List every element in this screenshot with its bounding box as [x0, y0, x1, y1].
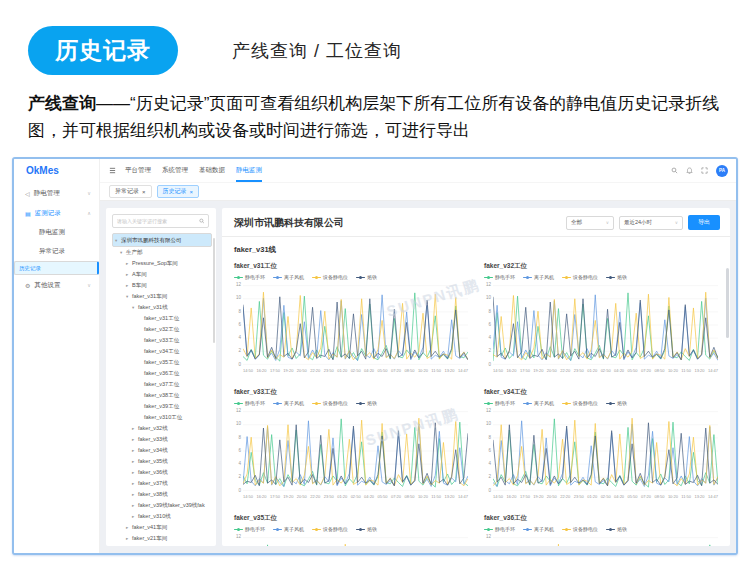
- legend-item[interactable]: 离子风机: [523, 274, 554, 280]
- tab-close-icon[interactable]: ×: [142, 189, 146, 195]
- legend-item[interactable]: 离子风机: [523, 526, 554, 532]
- legend-item[interactable]: 离子风机: [523, 400, 554, 406]
- tree-node[interactable]: ▸faker_v36线: [112, 467, 212, 478]
- x-tick-label: 16:20: [256, 368, 266, 373]
- chart-plot: 121086420: [484, 535, 718, 546]
- legend-item[interactable]: 烙铁: [606, 526, 627, 532]
- legend-label: 烙铁: [367, 274, 377, 280]
- x-tick-label: 08:50: [404, 494, 414, 499]
- y-tick-label: 6: [234, 323, 241, 328]
- legend-item[interactable]: 静电手环: [234, 400, 265, 406]
- tree-node[interactable]: faker_v32工位: [112, 324, 212, 335]
- tree-node[interactable]: ▸faker_v33线: [112, 434, 212, 445]
- y-tick-label: 2: [234, 475, 241, 480]
- station-chart: faker_v35工位静电手环离子风机设备静电位烙铁12108642014:50…: [234, 511, 468, 546]
- legend-item[interactable]: 烙铁: [606, 274, 627, 280]
- tree-node-label: faker_v32线: [138, 425, 168, 432]
- okmes-logo[interactable]: OkMes: [14, 159, 99, 183]
- legend-item[interactable]: 静电手环: [484, 526, 515, 532]
- tree-node[interactable]: ▾faker_v31线: [112, 302, 212, 313]
- tree-node[interactable]: ▸A车间: [112, 269, 212, 280]
- tree-node[interactable]: ▸Pressure_Sop车间: [112, 258, 212, 269]
- tree-scrollbar[interactable]: [213, 238, 215, 343]
- tree-node[interactable]: faker_v34工位: [112, 346, 212, 357]
- sidebar-group-静电管理[interactable]: ◁静电管理∨: [14, 183, 99, 203]
- device-filter-select[interactable]: 全部∨: [566, 216, 614, 230]
- user-avatar[interactable]: PA: [716, 165, 728, 177]
- legend-item[interactable]: 设备静电位: [312, 400, 348, 406]
- menu-collapse-icon[interactable]: [109, 167, 116, 174]
- x-tick-label: 10:20: [418, 368, 428, 373]
- legend-item[interactable]: 离子风机: [273, 274, 304, 280]
- search-icon[interactable]: [199, 218, 205, 224]
- search-icon[interactable]: [671, 167, 678, 174]
- legend-label: 设备静电位: [323, 400, 348, 406]
- legend-item[interactable]: 设备静电位: [312, 274, 348, 280]
- legend-item[interactable]: 静电手环: [234, 526, 265, 532]
- tree-node[interactable]: ▸faker_v39线faker_v39线fak: [112, 500, 212, 511]
- export-button[interactable]: 导出: [688, 215, 720, 230]
- legend-item[interactable]: 离子风机: [273, 400, 304, 406]
- tree-node[interactable]: ▸B车间: [112, 280, 212, 291]
- tree-node[interactable]: faker_v35工位: [112, 357, 212, 368]
- tree-node[interactable]: faker_v39工位: [112, 401, 212, 412]
- page-tab[interactable]: 异常记录×: [109, 185, 152, 198]
- legend-item[interactable]: 静电手环: [484, 274, 515, 280]
- sidebar-item-历史记录[interactable]: 历史记录: [14, 261, 99, 275]
- tree-node[interactable]: faker_v36工位: [112, 368, 212, 379]
- tree-node[interactable]: faker_v31工位: [112, 313, 212, 324]
- tree-node[interactable]: faker_v37工位: [112, 379, 212, 390]
- tab-close-icon[interactable]: ×: [190, 189, 194, 195]
- x-tick-label: 14:50: [243, 494, 253, 499]
- tree-node[interactable]: ▸faker_v32线: [112, 423, 212, 434]
- legend-marker-icon: [356, 275, 365, 279]
- legend-item[interactable]: 烙铁: [606, 400, 627, 406]
- legend-item[interactable]: 烙铁: [356, 400, 377, 406]
- tree-node[interactable]: ▸faker_v51车间: [112, 544, 212, 546]
- tree-node[interactable]: faker_v310工位: [112, 412, 212, 423]
- tree-node[interactable]: ▸faker_v41车间: [112, 522, 212, 533]
- sidebar-group-监测记录[interactable]: ▤监测记录∧: [14, 203, 99, 223]
- sidebar-group-label: 其他设置: [34, 281, 60, 290]
- tree-node[interactable]: faker_v38工位: [112, 390, 212, 401]
- tree-node[interactable]: ▸faker_v35线: [112, 456, 212, 467]
- tree-node[interactable]: ▸faker_v310线: [112, 511, 212, 522]
- tree-node[interactable]: ▸faker_v34线: [112, 445, 212, 456]
- legend-label: 烙铁: [367, 526, 377, 532]
- legend-item[interactable]: 设备静电位: [562, 400, 598, 406]
- legend-item[interactable]: 设备静电位: [562, 526, 598, 532]
- sidebar-item-静电监测[interactable]: 静电监测: [14, 223, 99, 242]
- tree-search-input[interactable]: [117, 218, 199, 224]
- page-tab[interactable]: 历史记录×: [157, 185, 200, 198]
- legend-label: 静电手环: [245, 400, 265, 406]
- legend-item[interactable]: 烙铁: [356, 274, 377, 280]
- topnav-item[interactable]: 平台管理: [125, 159, 151, 182]
- legend-item[interactable]: 设备静电位: [562, 274, 598, 280]
- bell-icon[interactable]: [686, 167, 693, 174]
- topnav-item[interactable]: 静电监测: [236, 159, 262, 182]
- tree-node[interactable]: ▸faker_v37线: [112, 478, 212, 489]
- panel-scrollbar[interactable]: [726, 268, 729, 338]
- tree-node[interactable]: ▾深圳市讯鹏科技有限公司: [112, 233, 212, 247]
- legend-item[interactable]: 静电手环: [234, 274, 265, 280]
- tree-node[interactable]: ▸faker_v38线: [112, 489, 212, 500]
- legend-item[interactable]: 设备静电位: [312, 526, 348, 532]
- tree-node[interactable]: ▾faker_v31车间: [112, 291, 212, 302]
- topnav-item[interactable]: 基础数据: [199, 159, 225, 182]
- legend-item[interactable]: 离子风机: [273, 526, 304, 532]
- topnav-item[interactable]: 系统管理: [162, 159, 188, 182]
- time-range-select[interactable]: 最近24小时∨: [619, 216, 683, 230]
- tree-node[interactable]: ▾生产部: [112, 247, 212, 258]
- x-tick-label: 13:20: [445, 494, 455, 499]
- fullscreen-icon[interactable]: [701, 167, 708, 174]
- x-tick-label: 20:50: [297, 494, 307, 499]
- legend-item[interactable]: 烙铁: [356, 526, 377, 532]
- x-tick-label: 16:20: [256, 494, 266, 499]
- sidebar-item-异常记录[interactable]: 异常记录: [14, 242, 99, 261]
- x-tick-label: 22:20: [310, 368, 320, 373]
- tree-node[interactable]: faker_v33工位: [112, 335, 212, 346]
- tree-node[interactable]: ▸faker_v21车间: [112, 533, 212, 544]
- sidebar-group-其他设置[interactable]: ⚙其他设置∨: [14, 275, 99, 295]
- legend-item[interactable]: 静电手环: [484, 400, 515, 406]
- chevron-down-icon: ∨: [669, 220, 678, 225]
